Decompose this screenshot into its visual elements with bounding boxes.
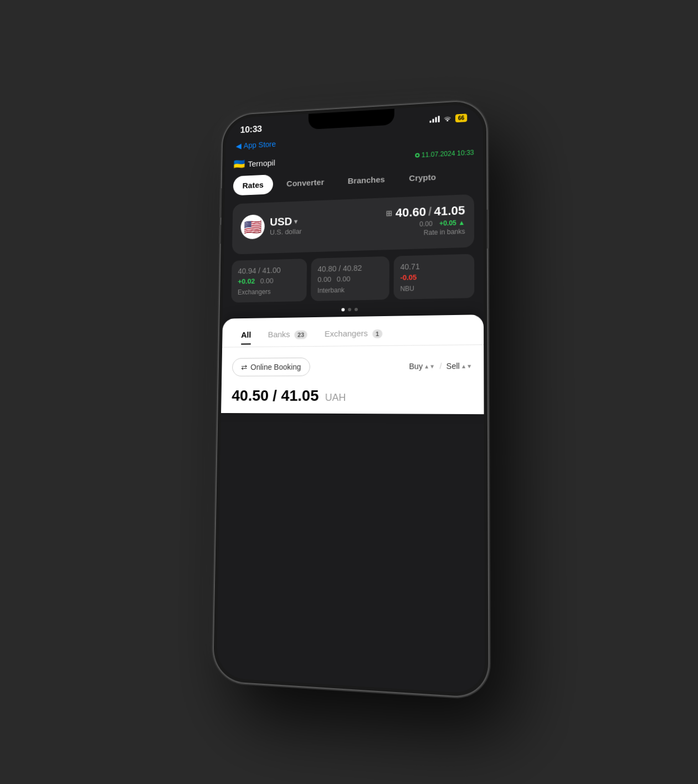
- signal-bar-4: [438, 116, 439, 122]
- signal-bar-3: [435, 117, 437, 122]
- buy-sort-icon: ▲▼: [424, 363, 435, 369]
- tab-rates[interactable]: Rates: [233, 174, 273, 195]
- volume-down-button[interactable]: [219, 225, 221, 244]
- currency-info: 🇺🇸 USD ▾ U.S. dollar: [240, 213, 302, 239]
- sheet-tabs-row: All Banks 23 Exchangers 1: [222, 323, 484, 344]
- dot-2: [348, 308, 351, 311]
- sell-rate-value: 41.05: [434, 203, 465, 219]
- main-rate-card[interactable]: 🇺🇸 USD ▾ U.S. dollar: [232, 194, 474, 255]
- online-booking-button[interactable]: ⇄ Online Booking: [232, 358, 310, 376]
- back-arrow-icon: ◀: [236, 142, 242, 151]
- sell-change: +0.05 ▲: [439, 219, 465, 228]
- tab-branches[interactable]: Branches: [338, 169, 395, 191]
- nbu-change1: -0.05: [400, 273, 417, 282]
- exchangers-changes: +0.02 0.00: [238, 276, 300, 285]
- exchangers-rates: 40.94 / 41.00: [238, 265, 300, 275]
- main-card-header: 🇺🇸 USD ▾ U.S. dollar: [240, 203, 465, 243]
- exchanger-change2: 0.00: [260, 277, 274, 285]
- rate-currency-unit: UAH: [325, 392, 346, 403]
- battery-indicator: 66: [455, 114, 467, 122]
- sub-cards-row: 40.94 / 41.00 +0.02 0.00 Exchangers 40.8…: [231, 254, 474, 303]
- big-rate-value: 40.50 / 41.05: [232, 387, 319, 404]
- booking-label: Online Booking: [250, 363, 301, 372]
- power-button[interactable]: [487, 210, 489, 249]
- location-name: Ternopil: [248, 158, 275, 168]
- nbu-changes: -0.05: [400, 272, 467, 282]
- status-icons: 66: [429, 114, 467, 123]
- rate-values: ⊞ 40.60 / 41.05: [386, 203, 465, 220]
- sell-sort-label[interactable]: Sell ▲▼: [446, 362, 473, 371]
- rate-main: ⊞ 40.60 / 41.05 0.00 +0.05 ▲: [386, 203, 465, 238]
- exchanger-change1: +0.02: [238, 277, 255, 285]
- dot-3: [355, 308, 358, 311]
- tab-crypto[interactable]: Crypto: [399, 167, 446, 189]
- silent-button[interactable]: [219, 188, 222, 203]
- phone-frame: 10:33 66: [213, 100, 489, 698]
- booking-row: ⇄ Online Booking Buy ▲▼ / Sell ▲▼: [222, 352, 484, 380]
- sheet-tab-all[interactable]: All: [233, 327, 260, 345]
- currency-full-name: U.S. dollar: [270, 227, 302, 236]
- interbank-change2: 0.00: [337, 275, 351, 283]
- interbank-card[interactable]: 40.80 / 40.82 0.00 0.00 Interbank: [311, 256, 389, 301]
- buy-change: 0.00: [419, 220, 433, 228]
- pagination-dots: [231, 306, 474, 313]
- interbank-changes: 0.00 0.00: [317, 274, 382, 284]
- timestamp: 11.07.2024 10:33: [415, 149, 474, 159]
- ukraine-flag-icon: 🇺🇦: [233, 158, 245, 171]
- big-rate-display: 40.50 / 41.05 UAH: [221, 380, 484, 414]
- timestamp-text: 11.07.2024 10:33: [422, 149, 474, 159]
- rate-label: Rate in banks: [386, 228, 465, 238]
- buy-rate-value: 40.60: [396, 205, 426, 220]
- sheet-tab-banks[interactable]: Banks 23: [259, 326, 316, 344]
- banks-badge: 23: [294, 331, 307, 339]
- sheet-divider: [222, 344, 484, 348]
- interbank-label: Interbank: [317, 286, 382, 295]
- wifi-icon: [443, 114, 452, 123]
- signal-bar-1: [429, 121, 431, 123]
- buy-sell-sort-row: Buy ▲▼ / Sell ▲▼: [409, 362, 472, 371]
- location-pill[interactable]: 🇺🇦 Ternopil: [233, 157, 275, 170]
- nbu-card[interactable]: 40.71 -0.05 NBU: [393, 254, 474, 300]
- signal-icon: [429, 116, 439, 123]
- arrows-icon: ⇄: [241, 363, 248, 372]
- buy-sort-label[interactable]: Buy ▲▼: [409, 362, 435, 370]
- signal-bar-2: [432, 119, 434, 123]
- bottom-sheet: All Banks 23 Exchangers 1: [221, 314, 484, 414]
- currency-name-wrap: USD ▾ U.S. dollar: [270, 215, 302, 236]
- app-store-back-label: App Store: [244, 140, 276, 149]
- currency-code[interactable]: USD ▾: [270, 215, 302, 228]
- currency-chevron-icon: ▾: [294, 218, 297, 225]
- timestamp-dot-icon: [415, 153, 419, 157]
- interbank-rates: 40.80 / 40.82: [317, 263, 382, 274]
- exchangers-badge: 1: [372, 329, 382, 338]
- sheet-tab-exchangers[interactable]: Exchangers 1: [316, 325, 391, 344]
- exchangers-label: Exchangers: [238, 287, 300, 296]
- slash-divider: /: [439, 362, 442, 370]
- status-time: 10:33: [240, 124, 262, 136]
- exchangers-card[interactable]: 40.94 / 41.00 +0.02 0.00 Exchangers: [231, 259, 307, 302]
- tab-converter[interactable]: Converter: [277, 172, 334, 194]
- nbu-rates: 40.71: [400, 261, 467, 271]
- scene: 10:33 66: [0, 0, 698, 784]
- chart-icon: ⊞: [386, 209, 392, 218]
- interbank-change1: 0.00: [317, 275, 331, 283]
- usd-flag-icon: 🇺🇸: [240, 214, 265, 239]
- dot-1: [341, 308, 345, 311]
- nbu-label: NBU: [400, 283, 467, 293]
- app-content: 🇺🇦 Ternopil 11.07.2024 10:33 Rates Conve…: [221, 142, 484, 414]
- phone-screen: 10:33 66: [217, 104, 485, 694]
- sell-sort-icon: ▲▼: [461, 363, 473, 369]
